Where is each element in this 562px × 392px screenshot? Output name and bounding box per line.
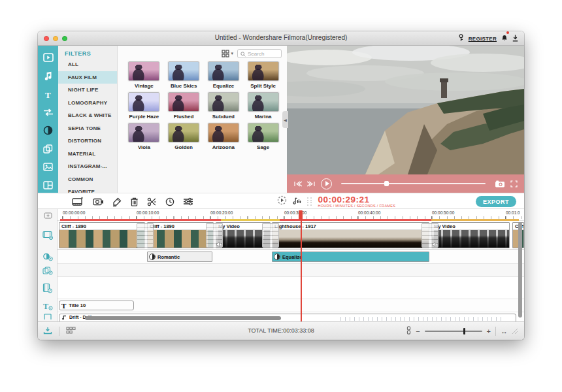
category-instagram-[interactable]: INSTAGRAM-... [58, 160, 117, 173]
render-preview-icon[interactable] [277, 195, 287, 208]
video-clip[interactable]: Lighthouse - 1917 [272, 222, 429, 248]
category-common[interactable]: COMMON [58, 173, 117, 186]
drag-dots-handle[interactable] [307, 197, 312, 206]
category-faux-film[interactable]: FAUX FILM [58, 71, 117, 84]
sidebar-item-audio[interactable] [41, 69, 56, 84]
marker-pen-icon[interactable] [112, 197, 122, 206]
timeline-ruler[interactable]: 00:00:00:0000:00:10:0000:00:20:0000:00:3… [58, 209, 524, 221]
fullscreen-icon[interactable] [510, 180, 518, 188]
overlay-track-icon[interactable] [38, 264, 58, 277]
zoom-slider-handle[interactable] [463, 328, 465, 335]
category-lomography[interactable]: LOMOGRAPHY [58, 97, 117, 110]
clip-audio-speaker-icon[interactable] [432, 238, 438, 250]
elements-track[interactable] [58, 277, 524, 299]
video-clip[interactable]: Cliff - 1890 [59, 222, 145, 248]
filter-thumbnail[interactable] [208, 92, 239, 112]
sidebar-item-media[interactable] [41, 50, 56, 65]
filter-item[interactable]: Vintage [124, 61, 164, 89]
sidebar-item-split-screen[interactable] [41, 178, 56, 193]
filter-item[interactable]: Arizoona [204, 123, 244, 150]
filter-item[interactable]: Viola [124, 123, 164, 150]
filter-thumbnail[interactable] [168, 92, 199, 112]
music-track-icon[interactable] [38, 312, 58, 321]
sidebar-item-filters[interactable] [41, 123, 56, 139]
filter-thumbnail[interactable] [248, 92, 279, 112]
video-track[interactable]: Cliff - 1890Cliff - 1890My VideoLighthou… [58, 221, 524, 250]
category-sepia-tone[interactable]: SEPIA TONE [58, 122, 117, 135]
video-clip[interactable]: My Video [431, 222, 510, 248]
register-link[interactable]: REGISTER [469, 36, 497, 42]
sidebar-item-transitions[interactable] [41, 105, 56, 120]
filter-clip[interactable]: Equalize [272, 252, 429, 262]
filter-item[interactable]: Equalize [204, 61, 244, 89]
video-track-icon[interactable] [38, 221, 58, 250]
text-track-icon[interactable]: T [38, 299, 58, 312]
filter-thumbnail[interactable] [208, 61, 239, 81]
filter-item[interactable]: Flushed [164, 92, 204, 120]
vertical-scrollbar[interactable] [518, 222, 522, 318]
filter-thumbnail[interactable] [208, 123, 239, 142]
filter-item[interactable]: Subdued [204, 92, 244, 120]
notifications-bell-icon[interactable] [501, 33, 508, 44]
filter-item[interactable]: Marina [243, 92, 283, 120]
horizontal-scrollbar[interactable] [85, 316, 281, 320]
filter-item[interactable]: Sage [243, 123, 283, 150]
sidebar-item-text[interactable]: T [41, 87, 56, 102]
transition-overlay[interactable] [137, 223, 154, 248]
filter-track-icon[interactable] [38, 250, 58, 264]
filter-item[interactable]: Split Style [243, 61, 283, 89]
category-distortion[interactable]: DISTORTION [58, 135, 117, 148]
snapshot-camera-icon[interactable] [495, 180, 505, 188]
text-track[interactable]: TTitle 10 [58, 299, 524, 312]
filter-clip[interactable]: Romantic [147, 252, 212, 262]
filter-thumbnail[interactable] [128, 61, 159, 81]
delete-icon[interactable] [130, 197, 139, 206]
key-icon[interactable] [458, 33, 464, 44]
window-resize-grip[interactable] [512, 329, 518, 334]
seek-handle[interactable] [384, 181, 389, 186]
split-icon[interactable] [147, 197, 157, 206]
download-icon[interactable] [512, 33, 518, 44]
adjust-sliders-icon[interactable] [183, 197, 193, 206]
seek-bar[interactable] [341, 183, 486, 184]
filter-thumbnail[interactable] [128, 92, 159, 112]
filter-thumbnail[interactable] [128, 123, 159, 142]
sidebar-item-elements[interactable] [41, 159, 56, 174]
audio-mixer-icon[interactable] [293, 196, 301, 208]
category-black-white[interactable]: BLACK & WHITE [58, 109, 117, 122]
filter-thumbnail[interactable] [248, 61, 279, 81]
elements-track-icon[interactable] [38, 277, 58, 299]
previous-frame-icon[interactable] [293, 181, 302, 187]
fit-to-timeline-icon[interactable]: ↔ [501, 327, 508, 335]
playhead-line[interactable] [301, 212, 302, 321]
search-box[interactable] [237, 49, 282, 58]
sidebar-item-overlays[interactable] [41, 141, 56, 156]
add-marker-icon[interactable] [38, 211, 58, 220]
filter-thumbnail[interactable] [168, 123, 199, 142]
duration-clock-icon[interactable] [165, 197, 174, 206]
filter-item[interactable]: Purple Haze [124, 92, 164, 120]
panel-collapse-handle[interactable]: ◀ [282, 111, 288, 128]
timeline-zoom-slider[interactable] [425, 331, 482, 332]
zoom-level-link-icon[interactable] [406, 325, 411, 337]
export-button[interactable]: EXPORT [476, 196, 516, 207]
overlay-track[interactable] [58, 264, 524, 277]
category-all[interactable]: ALL [58, 58, 117, 71]
filter-item[interactable]: Golden [164, 123, 204, 150]
add-media-icon[interactable] [72, 197, 84, 206]
transition-overlay[interactable] [262, 223, 279, 248]
zoom-in-button[interactable]: + [487, 327, 491, 335]
filter-track[interactable]: RomanticEqualize [58, 250, 524, 264]
next-frame-icon[interactable] [307, 181, 316, 187]
title-clip[interactable]: TTitle 10 [59, 301, 134, 310]
video-clip[interactable]: Cliff - 1890 [147, 222, 214, 248]
record-icon[interactable] [93, 198, 104, 206]
grid-view-toggle[interactable]: ▾ [222, 50, 233, 57]
clip-audio-speaker-icon[interactable] [216, 238, 222, 250]
search-input[interactable] [248, 51, 279, 57]
filter-thumbnail[interactable] [168, 61, 199, 81]
zoom-out-button[interactable]: − [416, 327, 420, 335]
filter-item[interactable]: Blue Skies [164, 61, 204, 89]
category-material[interactable]: MATERIAL [58, 148, 117, 161]
play-button[interactable] [321, 178, 332, 189]
